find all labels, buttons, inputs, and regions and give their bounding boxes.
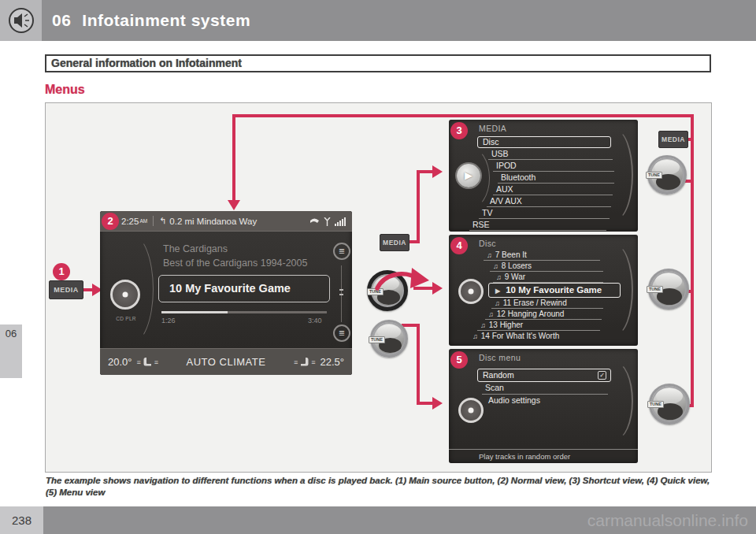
track-item[interactable]: ♫8 Losers — [490, 261, 603, 272]
track-item[interactable]: ♫11 Erase / Rewind — [491, 298, 603, 309]
screen-source-menu: MEDIA ▶ Disc USB IPOD Bluetooth AUX A/V … — [449, 120, 638, 232]
track-item[interactable]: ♫12 Hanging Around — [485, 309, 602, 320]
menu-item[interactable]: IPOD — [493, 160, 614, 172]
checkbox-checked-icon[interactable]: ✓ — [598, 371, 606, 380]
play-triangle-icon: ▶ — [495, 287, 500, 295]
music-note-icon: ♫ — [480, 321, 486, 329]
screen5-menu: Random✓ Scan Audio settings — [449, 369, 638, 407]
section-title-box: General information on Infotainment — [45, 54, 711, 72]
callout-3: 3 — [450, 122, 468, 139]
page-number: 238 — [0, 506, 43, 534]
heat-lines-icon: ≡ — [154, 358, 158, 366]
antenna-icon — [324, 217, 331, 226]
tune-label: TUNE — [647, 286, 663, 293]
chapter-side-tab: 06 — [0, 324, 22, 378]
menu-item[interactable]: A/V AUX — [487, 195, 611, 207]
manual-page: 06Infotainment system General informatio… — [0, 0, 756, 534]
track-item[interactable]: ♫9 War — [493, 272, 603, 283]
music-note-icon: ♫ — [496, 273, 502, 281]
screen4-title: Disc — [479, 239, 496, 248]
track-progress-bar — [161, 311, 327, 313]
signal-bars-icon — [335, 217, 346, 226]
arrow-to-screen5 — [432, 397, 443, 410]
tune-knob-right-1[interactable]: TUNE — [647, 155, 687, 195]
screen2-status-bar: 2:25AM ↰ 0.2 mi Mindanoa Way — [100, 211, 352, 232]
track-item[interactable]: ♫7 Been It — [484, 250, 600, 261]
heat-lines-icon: ≡ — [294, 358, 298, 366]
source-label: CD PLR — [105, 316, 147, 321]
screen3-menu: Disc USB IPOD Bluetooth AUX A/V AUX TV R… — [449, 136, 638, 231]
tune-label: TUNE — [369, 336, 385, 343]
list-icon[interactable]: ≣ — [333, 243, 350, 260]
tune-knob-center-2[interactable]: TUNE — [370, 320, 408, 358]
tune-label: TUNE — [647, 401, 664, 408]
rotation-arrow — [366, 255, 434, 293]
menu-item[interactable]: Audio settings — [485, 395, 606, 407]
screen5-title: Disc menu — [479, 353, 521, 362]
media-button-right[interactable]: MEDIA — [658, 131, 688, 148]
connector-knob2-3 — [417, 402, 433, 405]
screen-disc-menu: Disc menu Random✓ Scan Audio settings Pl… — [449, 349, 638, 463]
climate-bar: 20.0° ≡ ≡ AUTO CLIMATE ≡ ≡ — [100, 348, 352, 375]
list-icon[interactable]: ≣ — [333, 324, 350, 342]
current-track-box: 10 My Favourite Game — [158, 275, 330, 302]
menu-item[interactable]: Scan — [482, 382, 608, 395]
chapter-number: 06 — [52, 11, 71, 29]
chapter-title: 06Infotainment system — [52, 0, 250, 41]
callout-2: 2 — [102, 213, 119, 230]
right-temperature: 22.5° — [320, 356, 344, 368]
screen4-menu: ♫7 Been It ♫8 Losers ♫9 War ▶10 My Favou… — [449, 250, 638, 342]
connector-center-2 — [417, 170, 420, 243]
callout-1: 1 — [53, 263, 70, 280]
section-title: General information on Infotainment — [51, 56, 710, 71]
screen-normal-view: 2:25AM ↰ 0.2 mi Mindanoa Way — [100, 211, 352, 375]
phone-icon — [309, 217, 320, 226]
menu-item[interactable]: USB — [488, 148, 613, 160]
speaker-icon — [7, 6, 35, 35]
menu-item[interactable]: RSE — [469, 219, 606, 231]
heat-lines-icon: ≡ — [311, 358, 315, 366]
tune-knob-right-2[interactable]: TUNE — [648, 269, 689, 310]
track-progress-fill — [161, 311, 228, 313]
clock: 2:25 — [121, 217, 139, 226]
connector-screen2-drop — [232, 114, 235, 201]
chapter-name: Infotainment system — [82, 11, 250, 29]
screen-track-list: Disc ♫7 Been It ♫8 Losers ♫9 War ▶10 My … — [449, 235, 638, 346]
menus-diagram: 1 MEDIA MEDIA TUNE TUNE MEDIA TUNE — [45, 102, 712, 473]
slider-tick — [339, 294, 343, 295]
elapsed-time: 1:26 — [161, 317, 176, 324]
seat-icon — [143, 357, 153, 368]
tune-label: TUNE — [646, 172, 662, 179]
menu-item-selected[interactable]: Disc — [477, 136, 611, 148]
menu-item-selected[interactable]: Random✓ — [477, 369, 611, 382]
status-text: Play tracks in random order — [479, 450, 638, 463]
media-button-left[interactable]: MEDIA — [49, 280, 83, 299]
arrow-to-screen3 — [432, 165, 443, 178]
screen5-status-bar: Play tracks in random order — [449, 449, 638, 463]
tune-knob-right-3[interactable]: TUNE — [649, 384, 690, 425]
seat-icon — [299, 357, 309, 368]
chapter-icon-box — [0, 0, 42, 41]
callout-4: 4 — [450, 237, 468, 254]
menu-item[interactable]: Bluetooth — [498, 172, 614, 184]
left-temperature: 20.0° — [108, 356, 132, 368]
track-item[interactable]: ♫14 For What It's Worth — [469, 331, 598, 342]
slider-tick — [339, 289, 343, 291]
menu-item[interactable]: TV — [479, 207, 610, 219]
clock-suffix: AM — [139, 218, 147, 224]
track-item[interactable]: ♫13 Higher — [477, 320, 600, 331]
callout-5: 5 — [450, 351, 468, 369]
connector-knob2-2 — [417, 324, 420, 405]
status-icons — [309, 217, 346, 226]
menus-heading: Menus — [45, 83, 85, 97]
artist-name: The Cardigans — [163, 243, 228, 254]
climate-mode: AUTO CLIMATE — [187, 356, 266, 368]
track-item-selected[interactable]: ▶10 My Favourite Game — [488, 283, 621, 298]
figure-caption: The example shows navigation to differen… — [46, 475, 712, 499]
arrow-to-screen2-icon — [228, 200, 240, 210]
cd-icon — [110, 280, 140, 310]
connector-top — [232, 114, 694, 117]
total-time: 3:40 — [308, 317, 322, 324]
media-button-center[interactable]: MEDIA — [380, 234, 410, 251]
menu-item[interactable]: AUX — [493, 184, 613, 195]
